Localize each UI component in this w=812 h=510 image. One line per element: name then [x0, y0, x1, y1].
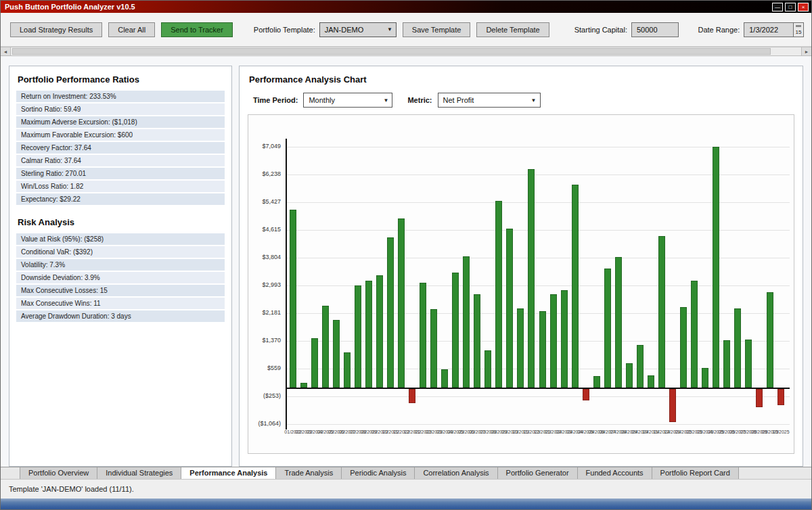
y-axis-tick-label: ($253) — [248, 392, 281, 399]
scrollbar-thumb[interactable] — [12, 48, 771, 55]
chart-bar — [528, 169, 535, 388]
metric-select[interactable]: Net Profit ▼ — [438, 93, 541, 108]
time-period-select[interactable]: Monthly ▼ — [303, 93, 392, 108]
tab-portfolio-report-card[interactable]: Portfolio Report Card — [652, 467, 739, 479]
chart-bar — [376, 275, 383, 388]
y-axis-line — [286, 139, 287, 430]
tab-individual-strategies[interactable]: Individual Strategies — [97, 467, 181, 479]
chart-bar — [756, 389, 763, 407]
date-picker-button[interactable]: 15 — [794, 22, 804, 37]
metric-row: Max Consecutive Wins: 11 — [16, 298, 225, 309]
chart-bar — [300, 383, 307, 388]
chart-panel: Performance Analysis Chart Time Period: … — [239, 66, 803, 467]
time-period-label: Time Period: — [253, 96, 298, 104]
chart-bar — [484, 350, 491, 388]
save-template-button[interactable]: Save Template — [403, 22, 471, 37]
window-controls: — □ × — [772, 3, 811, 11]
chart-bar — [734, 308, 741, 388]
performance-chart: $7,049$6,238$5,427$4,615$3,804$2,993$2,1… — [248, 114, 794, 454]
chevron-down-icon: ▼ — [531, 97, 537, 103]
tab-portfolio-overview[interactable]: Portfolio Overview — [20, 467, 97, 479]
horizontal-scrollbar[interactable]: ◄ ► — [1, 47, 811, 56]
metric-row: Value at Risk (95%): ($258) — [16, 233, 225, 245]
date-range-label: Date Range: — [698, 26, 740, 34]
y-axis-tick-label: $5,427 — [248, 198, 281, 205]
tab-trade-analysis[interactable]: Trade Analysis — [276, 467, 342, 479]
metric-row: Calmar Ratio: 37.64 — [16, 155, 225, 166]
y-axis-tick-label: $4,615 — [248, 226, 281, 233]
chart-bar — [333, 320, 340, 388]
chart-bar — [626, 363, 633, 388]
metric-row: Maximum Favorable Excursion: $600 — [16, 129, 225, 141]
maximize-icon[interactable]: □ — [785, 3, 796, 11]
minimize-icon[interactable]: — — [772, 3, 783, 11]
chart-bar — [680, 307, 687, 388]
portfolio-template-value: JAN-DEMO — [325, 26, 363, 34]
y-axis-tick-label: $1,370 — [248, 337, 281, 344]
chart-bar — [387, 237, 394, 388]
bottom-strip — [1, 499, 811, 509]
tab-portfolio-generator[interactable]: Portfolio Generator — [498, 467, 578, 479]
y-axis-tick-label: $2,181 — [248, 309, 281, 316]
chart-bar — [452, 273, 459, 388]
metric-row: Downside Deviation: 3.9% — [16, 272, 225, 283]
scrollbar-track[interactable] — [11, 47, 801, 55]
metric-row: Sterling Ratio: 270.01 — [16, 168, 225, 179]
y-axis-tick-label: $559 — [248, 365, 281, 371]
chart-bar — [702, 368, 708, 388]
chart-bar — [409, 389, 415, 402]
chart-bar — [604, 269, 611, 388]
toolbar: Load Strategy Results Clear All Send to … — [1, 13, 811, 47]
ratio-list: Return on Investment: 233.53%Sortino Rat… — [16, 91, 225, 205]
y-axis-tick-label: $7,049 — [248, 143, 281, 149]
tab-funded-accounts[interactable]: Funded Accounts — [578, 467, 652, 479]
chevron-down-icon: ▼ — [387, 26, 392, 32]
chart-bar — [517, 308, 524, 388]
tab-periodic-analysis[interactable]: Periodic Analysis — [342, 467, 415, 479]
tab-correlation-analysis[interactable]: Correlation Analysis — [415, 467, 497, 479]
metric-row: Win/Loss Ratio: 1.82 — [16, 181, 225, 192]
portfolio-template-select[interactable]: JAN-DEMO ▼ — [319, 22, 397, 37]
metric-row: Conditional VaR: ($392) — [16, 246, 225, 258]
y-axis-tick-label: $6,238 — [248, 170, 281, 177]
ratios-panel-title: Portfolio Performance Ratios — [18, 74, 225, 85]
chart-bar — [322, 306, 329, 388]
delete-template-button[interactable]: Delete Template — [476, 22, 549, 37]
metric-row: Recovery Factor: 37.64 — [16, 142, 225, 154]
starting-capital-label: Starting Capital: — [574, 26, 627, 34]
chart-bar — [290, 210, 296, 388]
zero-baseline — [286, 388, 790, 389]
metric-row: Average Drawdown Duration: 3 days — [16, 310, 225, 322]
x-axis-tick-label: 10/2025 — [772, 430, 789, 434]
metric-label: Metric: — [407, 96, 432, 104]
chart-bar — [539, 311, 546, 388]
clear-all-button[interactable]: Clear All — [108, 22, 155, 37]
main-content: Portfolio Performance Ratios Return on I… — [1, 56, 811, 467]
tab-performance-analysis[interactable]: Performance Analysis — [181, 467, 276, 479]
window-title: Push Button Portfolio Analyzer v10.5 — [1, 3, 135, 11]
chart-bar — [777, 389, 784, 405]
chart-bar — [311, 338, 318, 388]
starting-capital-input[interactable]: 50000 — [631, 22, 679, 37]
date-range-input[interactable]: 1/3/2022 — [744, 22, 794, 37]
chart-bar — [463, 256, 470, 388]
chart-bar — [658, 236, 665, 388]
close-icon[interactable]: × — [798, 3, 809, 11]
status-bar: Template 'JAN-DEMO' loaded (11/11). — [1, 479, 811, 499]
chevron-down-icon: ▼ — [384, 97, 389, 103]
metric-row: Max Consecutive Losses: 15 — [16, 285, 225, 296]
scroll-right-icon[interactable]: ► — [801, 47, 811, 55]
risk-analysis-title: Risk Analysis — [18, 217, 225, 227]
tab-strip: Portfolio OverviewIndividual StrategiesP… — [1, 467, 811, 479]
chart-gridline — [286, 424, 790, 425]
scroll-left-icon[interactable]: ◄ — [1, 47, 11, 55]
chart-bar — [355, 285, 361, 388]
load-strategy-results-button[interactable]: Load Strategy Results — [10, 22, 102, 37]
chart-bar — [745, 340, 752, 388]
metric-row: Volatility: 7.3% — [16, 259, 225, 271]
metric-row: Expectancy: $29.22 — [16, 193, 225, 205]
chart-bar — [669, 389, 676, 422]
chart-bar — [713, 147, 719, 388]
send-to-tracker-button[interactable]: Send to Tracker — [161, 22, 233, 37]
y-axis-tick-label: $3,804 — [248, 254, 281, 260]
